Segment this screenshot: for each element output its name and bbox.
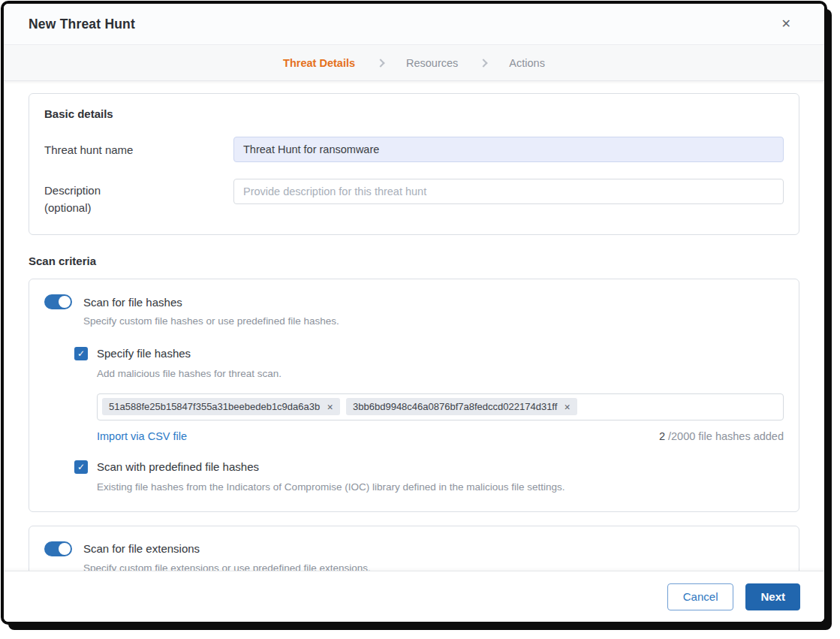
scan-criteria-heading: Scan criteria bbox=[29, 255, 799, 267]
scan-file-hashes-label: Scan for file hashes bbox=[83, 296, 182, 309]
step-threat-details[interactable]: Threat Details bbox=[283, 57, 355, 69]
check-icon: ✓ bbox=[77, 462, 85, 472]
specify-file-hashes-description: Add malicious file hashes for threat sca… bbox=[97, 367, 784, 381]
toggle-knob bbox=[59, 296, 71, 308]
chip-remove-icon[interactable]: ✕ bbox=[564, 403, 571, 411]
predefined-file-hashes-label: Scan with predefined file hashes bbox=[97, 460, 259, 473]
threat-hunt-name-input[interactable] bbox=[233, 137, 784, 162]
check-icon: ✓ bbox=[77, 348, 85, 359]
hash-chip: 3bb6bd9948c46a0876bf7a8fedccd022174d31ff… bbox=[346, 398, 577, 415]
step-resources[interactable]: Resources bbox=[406, 57, 458, 69]
chevron-right-icon bbox=[480, 59, 488, 67]
file-hashes-input[interactable]: 51a588fe25b15847f355a31beebedeb1c9da6a3b… bbox=[97, 393, 784, 420]
dialog-body: Basic details Threat hunt name Descripti… bbox=[4, 81, 824, 571]
scan-file-extensions-toggle[interactable] bbox=[44, 541, 72, 556]
hash-chip-text: 51a588fe25b15847f355a31beebedeb1c9da6a3b bbox=[109, 401, 320, 412]
step-actions[interactable]: Actions bbox=[509, 57, 545, 69]
file-hashes-card: Scan for file hashes Specify custom file… bbox=[29, 279, 799, 512]
chevron-right-icon bbox=[376, 59, 384, 67]
next-button[interactable]: Next bbox=[745, 583, 800, 610]
predefined-file-hashes-block: ✓ Scan with predefined file hashes Exist… bbox=[74, 460, 784, 495]
basic-details-heading: Basic details bbox=[44, 107, 784, 120]
hash-chip-text: 3bb6bd9948c46a0876bf7a8fedccd022174d31ff bbox=[353, 401, 557, 412]
description-input[interactable] bbox=[233, 179, 784, 204]
threat-hunt-name-row: Threat hunt name bbox=[44, 137, 784, 162]
hash-chip: 51a588fe25b15847f355a31beebedeb1c9da6a3b… bbox=[102, 398, 340, 415]
import-csv-link[interactable]: Import via CSV file bbox=[97, 430, 187, 442]
specify-file-hashes-label: Specify file hashes bbox=[97, 347, 191, 360]
dialog-footer: Cancel Next bbox=[4, 571, 824, 622]
hash-count: 2 /2000 file hashes added bbox=[659, 430, 784, 442]
basic-details-card: Basic details Threat hunt name Descripti… bbox=[29, 93, 799, 235]
scan-file-extensions-description: Specify custom file extensions or use pr… bbox=[83, 562, 784, 571]
dialog-header: New Threat Hunt ✕ bbox=[4, 4, 824, 45]
scan-file-hashes-toggle[interactable] bbox=[44, 294, 72, 309]
scan-file-extensions-label: Scan for file extensions bbox=[83, 542, 200, 555]
file-extensions-card: Scan for file extensions Specify custom … bbox=[29, 526, 799, 571]
wizard-stepper: Threat Details Resources Actions bbox=[4, 45, 824, 81]
specify-file-hashes-checkbox[interactable]: ✓ bbox=[74, 347, 88, 360]
close-icon[interactable]: ✕ bbox=[778, 15, 794, 33]
new-threat-hunt-dialog: New Threat Hunt ✕ Threat Details Resourc… bbox=[1, 1, 827, 625]
scan-file-hashes-description: Specify custom file hashes or use predef… bbox=[83, 315, 784, 329]
chip-remove-icon[interactable]: ✕ bbox=[327, 403, 333, 411]
cancel-button[interactable]: Cancel bbox=[667, 583, 734, 610]
description-row: Description (optional) bbox=[44, 179, 784, 216]
threat-hunt-name-label: Threat hunt name bbox=[44, 137, 233, 162]
description-label: Description (optional) bbox=[44, 179, 233, 216]
page-title: New Threat Hunt bbox=[29, 17, 135, 32]
toggle-knob bbox=[59, 543, 71, 555]
predefined-file-hashes-description: Existing file hashes from the Indicators… bbox=[97, 481, 784, 495]
specify-file-hashes-block: ✓ Specify file hashes Add malicious file… bbox=[74, 347, 784, 442]
predefined-file-hashes-checkbox[interactable]: ✓ bbox=[74, 460, 88, 474]
